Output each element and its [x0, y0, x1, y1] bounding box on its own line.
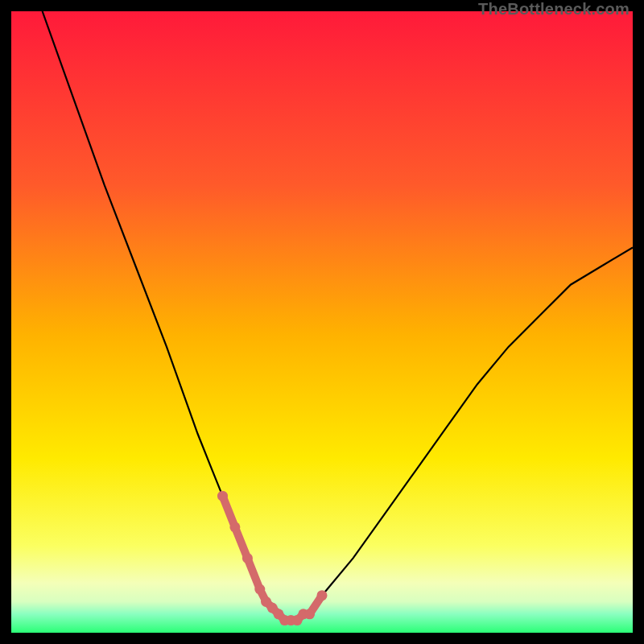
marker-polyline [223, 496, 323, 620]
marker-dot [304, 609, 315, 619]
watermark-text: TheBottleneck.com [478, 0, 630, 19]
chart-container: TheBottleneck.com [0, 0, 644, 644]
marker-dot [242, 553, 253, 564]
marker-dot [217, 491, 228, 502]
marker-dot [254, 584, 265, 595]
chart-svg [11, 11, 633, 633]
flat-bottom-markers [217, 491, 328, 625]
marker-dot [317, 590, 328, 601]
bottleneck-curve [43, 11, 633, 621]
plot-area [11, 11, 633, 633]
marker-dot [229, 522, 240, 532]
